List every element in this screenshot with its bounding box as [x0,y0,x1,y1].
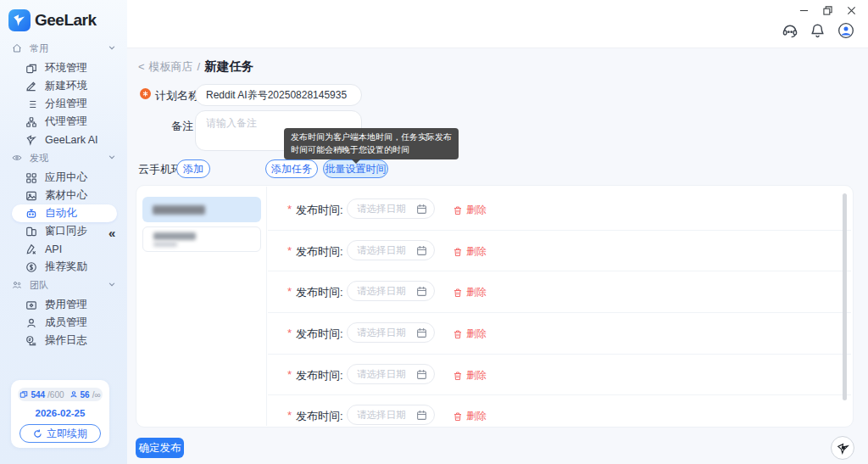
sidebar-item-fee-manage[interactable]: 费用管理 [12,296,117,314]
required-asterisk: * [287,203,292,215]
sidebar-item-material-center[interactable]: 素材中心 [12,187,117,204]
close-button[interactable] [839,3,863,18]
delete-row-button[interactable]: 删除 [453,327,487,341]
sidebar-item-app-center[interactable]: 应用中心 [12,169,117,187]
date-picker[interactable] [347,364,435,384]
delete-row-button[interactable]: 删除 [453,203,487,217]
publish-time-label: 发布时间: [296,285,343,300]
publish-time-label: 发布时间: [296,203,343,218]
trash-icon [453,411,463,422]
add-task-button[interactable]: 添加任务 [265,159,318,178]
env-count: 544 [31,390,45,400]
breadcrumb-parent[interactable]: 模板商店 [149,59,193,75]
publish-time-row: * 发布时间: 删除 [268,188,844,229]
env-list-item-selected[interactable] [142,197,261,222]
calendar-icon [416,204,427,215]
delete-row-button[interactable]: 删除 [453,409,487,423]
breadcrumb-separator: / [198,60,201,73]
breadcrumb: < 模板商店 / 新建任务 [138,59,253,75]
publish-time-row: * 发布时间: 删除 [268,354,844,394]
trash-icon [453,205,463,215]
log-icon [25,335,37,347]
chevron-down-icon [108,153,116,161]
sidebar: GeeLark 常用 环境管理 新建环境 分组管理 [0,0,127,464]
trash-icon [453,329,463,339]
sidebar-nav: 常用 环境管理 新建环境 分组管理 代理管理 GeeLark AI [0,39,127,349]
brand-logo[interactable]: GeeLark [8,9,97,31]
support-headset-icon[interactable] [782,22,798,39]
window-controls [792,3,863,18]
section-discover[interactable]: 发现 [0,148,127,167]
sidebar-item-api[interactable]: API [12,240,117,258]
add-env-button[interactable]: 添加 [176,159,210,178]
date-picker[interactable] [347,198,435,219]
window-sync-icon [25,226,37,238]
publish-time-label: 发布时间: [296,327,343,342]
minimize-button[interactable] [792,3,815,18]
quota-badge: 544/600 56/∞ [18,388,103,401]
env-list-item[interactable] [142,226,261,252]
refresh-icon [33,429,42,439]
date-picker[interactable] [347,322,435,343]
delete-row-button[interactable]: 删除 [453,244,487,259]
eye-icon [12,153,22,163]
required-badge-icon [140,88,151,99]
environments-icon [25,63,37,75]
date-picker[interactable] [347,405,435,425]
topbar [127,0,868,48]
required-asterisk: * [287,244,292,257]
edit-icon [25,81,37,92]
sidebar-item-proxy-manage[interactable]: 代理管理 [12,113,117,131]
sidebar-item-new-env[interactable]: 新建环境 [12,77,117,95]
redacted-env-sub [153,242,177,247]
section-common[interactable]: 常用 [0,39,127,58]
date-picker[interactable] [347,281,435,301]
sidebar-item-op-log[interactable]: 操作日志 [12,332,117,349]
sidebar-item-window-sync[interactable]: 窗口同步 [12,222,117,240]
sidebar-item-automation[interactable]: 自动化 [12,204,117,222]
required-asterisk: * [287,409,292,422]
sidebar-item-member-manage[interactable]: 成员管理 [12,314,117,332]
restore-button[interactable] [815,3,839,18]
delete-row-button[interactable]: 删除 [453,285,487,299]
calendar-icon [416,410,427,421]
bird-icon [25,134,37,146]
required-asterisk: * [287,285,292,298]
publish-time-row: * 发布时间: 删除 [268,230,844,271]
chevron-down-icon [108,43,116,52]
network-icon [25,116,37,128]
phone-stack-icon [19,390,28,399]
trash-icon [453,371,463,381]
back-arrow[interactable]: < [138,60,145,73]
plan-name-input[interactable] [195,84,362,106]
date-picker[interactable] [347,240,435,260]
required-asterisk: * [287,368,292,381]
grid-icon [25,172,37,184]
sidebar-item-env-manage[interactable]: 环境管理 [12,59,117,77]
section-team[interactable]: 团队 [0,276,127,294]
calendar-icon [416,327,427,338]
main-content: < 模板商店 / 新建任务 计划名称 备注 发布时间为客户端本地时间，任务实际发… [127,48,868,464]
sidebar-item-group-manage[interactable]: 分组管理 [12,95,117,113]
publish-time-row: * 发布时间: 删除 [268,312,844,353]
sidebar-item-referral[interactable]: 推荐奖励 [12,258,117,276]
panel-scrollbar[interactable] [843,193,847,400]
publish-time-label: 发布时间: [296,409,343,424]
task-panel: * 发布时间: 删除 * 发布时间: [136,185,854,428]
account-avatar[interactable] [837,22,854,39]
bird-logo-icon [836,441,850,456]
billing-icon [25,299,37,311]
redacted-env-name [153,232,196,240]
notes-label: 备注 [171,119,193,134]
publish-time-row: * 发布时间: 删除 [268,271,844,311]
sidebar-item-geelark-ai[interactable]: GeeLark AI [12,131,117,148]
sidebar-collapse-handle[interactable]: « [108,226,115,240]
delete-row-button[interactable]: 删除 [453,368,487,383]
renew-button[interactable]: 立即续期 [19,424,101,443]
assistant-float-button[interactable] [831,436,854,460]
app-window: GeeLark 常用 环境管理 新建环境 分组管理 [0,0,868,464]
member-count: 56 [81,390,90,400]
notification-bell-icon[interactable] [810,22,826,39]
confirm-publish-button[interactable]: 确定发布 [136,438,184,458]
trash-icon [453,288,463,298]
